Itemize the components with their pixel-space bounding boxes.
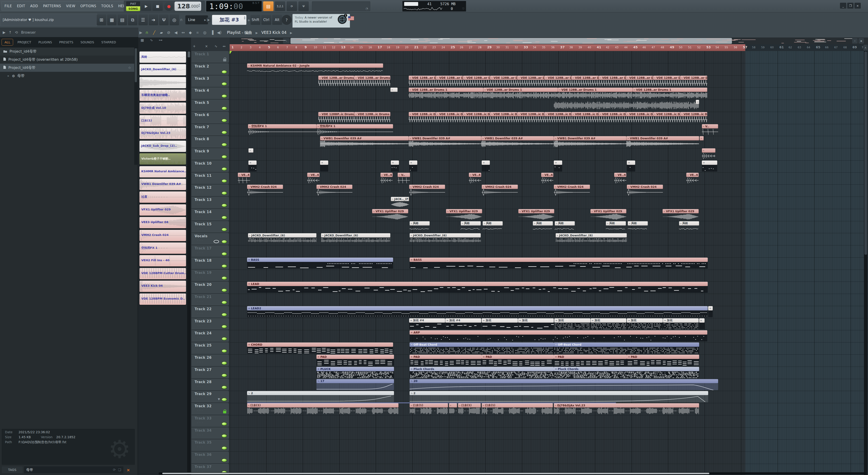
record-button[interactable]: ● [164, 2, 174, 11]
language-flag-icon[interactable] [348, 16, 354, 20]
track-header-track-28[interactable]: Track 28- - - [191, 379, 229, 391]
tab-project[interactable]: PROJECT [15, 39, 34, 45]
playlist-overview-scrollbar[interactable]: ‹ › ▪ [230, 37, 868, 44]
track-led[interactable] [222, 70, 227, 73]
playlist-clip-LEAD2[interactable]: ≡LEAD2 [247, 306, 708, 317]
playlist-clip-VDE-128B..er-Drums-1[interactable]: »VDE 128B..er Drums 1 [409, 76, 436, 87]
track-header-track-36[interactable]: Track 36- - - [191, 451, 229, 464]
menu-file[interactable]: FILE [4, 4, 12, 8]
playlist-clip-VDE-128B..er-Drums-1[interactable]: »VDE 128B..er Drums 1 [626, 76, 653, 87]
track-header-track-20[interactable]: Track 20- - - [191, 281, 229, 294]
playlist-clip-VMH2-Crash-024[interactable]: »VMH2 Crash 024 [554, 185, 590, 196]
restore-button[interactable]: ❐ [847, 3, 854, 8]
playlist-clip-加花[interactable]: ≡加花 [482, 318, 518, 330]
playlist-clip-VDE-128B..ic-Drums-6[interactable]: »VDE 128B..ic Drums 6 [599, 112, 626, 123]
browser-item[interactable]: Project_id4母带 (overwritten at 20h58) [0, 56, 134, 64]
link-icon[interactable]: ⊶ [159, 38, 162, 42]
playlist-clip-VE..4[interactable]: »VE..4 [238, 173, 250, 184]
track-header-track-25[interactable]: Track 25- - - [191, 342, 229, 354]
playlist-clip-J4CKO_Downlifter_(6)[interactable]: »J4CKO_Downlifter_(6) [321, 233, 391, 244]
playlist-clip-口水(1)[interactable]: »口水(1) [458, 403, 481, 414]
track-header-track-34[interactable]: Track 34- - - [191, 427, 229, 440]
menu-options[interactable]: OPTIONS [80, 4, 96, 8]
playlist-clip-VDE-128B..er-Drums-1[interactable]: »VDE 128B..er Drums 1 [490, 76, 517, 87]
picker-card[interactable]: VMH2 Crash 024 [140, 230, 186, 241]
horizontal-scrollbar[interactable] [159, 472, 866, 475]
picker-card[interactable]: 风铃 [140, 52, 186, 63]
playlist-clip-VWB1-Downlifer-039-A#[interactable]: »VWB1 Downlifer 039 A# [320, 136, 409, 147]
playlist-clip-PLUCK[interactable]: ≡PLUCK [316, 367, 394, 378]
playlist-tool-6[interactable]: ◆ [187, 30, 194, 35]
playlist-clip-VDE-128B..er-Drums-1[interactable]: »VDE 128B..er Drums 1 [544, 76, 571, 87]
playlist-clip-VE..4[interactable]: »VE..4 [614, 173, 627, 184]
picker-card[interactable]: J4CKO_Downlifter_(6) [140, 64, 186, 75]
snap-selector[interactable]: Line ▶ [185, 15, 208, 24]
playlist-clip-加花[interactable]: ≡加花 [591, 318, 627, 330]
playlist-clip-VDE-128B..er-Drums-1[interactable]: »VDE 128B..er Drums 1 [354, 76, 391, 87]
playlist-clip-VDE-128B..er-Drums-1[interactable]: »VDE 128B..er Drums 1 [653, 76, 680, 87]
track-header-vocals[interactable]: Vocals- - - [191, 233, 229, 245]
playlist-clip-PAD[interactable]: ≡PAD [410, 355, 482, 366]
picker-scrollbar[interactable] [187, 51, 191, 475]
playlist-tool-10[interactable]: ◀) [216, 30, 223, 35]
ctrl-button[interactable]: Ctrl [261, 15, 271, 25]
picker-card[interactable]: J4CKO_Sub_Drop_(2).. [140, 141, 186, 152]
track-header-track-21[interactable]: Track 21- - - [191, 294, 229, 306]
playlist-clip-BASS[interactable]: ≡BASS [247, 258, 393, 269]
playlist-clip-VDE-128B..ic-Drums-6[interactable]: »VDE 128B..ic Drums 6 [626, 112, 653, 123]
track-led[interactable] [222, 252, 227, 255]
loop-record-button[interactable]: ⟳ [287, 1, 297, 11]
track-led[interactable] [222, 168, 227, 170]
playlist-clip-VWB1-Downlifer-039-A#[interactable]: »VWB1 Downlifer 039 A# [626, 136, 699, 147]
picker-card[interactable]: VDE 128BPM Economic D.. [140, 294, 186, 305]
playlist-tool-3[interactable]: ⊘ [165, 30, 172, 35]
menu-view[interactable]: VIEW [66, 4, 75, 8]
delete-icon[interactable]: × [205, 44, 208, 48]
playlist-clip-PAD[interactable]: ≡PAD [627, 355, 699, 366]
toolbar-icon-0[interactable]: ⊞ [97, 14, 106, 25]
pat-button[interactable]: PAT [126, 1, 140, 6]
playlist-clip-加花[interactable]: ≡加花 [627, 318, 662, 330]
playlist-clip-LEAD[interactable]: ≡LEAD [247, 282, 708, 293]
playlist-clip[interactable]: ≡ [320, 161, 328, 172]
playlist-clip-VDE-128B..ic-Drums-6[interactable]: »VDE 128B..ic Drums 6 [571, 112, 598, 123]
tags-close-icon[interactable]: × [127, 468, 130, 472]
playlist-clip-VMH2-Crash-024[interactable]: »VMH2 Crash 024 [627, 185, 663, 196]
playlist-clip-口水(1)[interactable]: »口水(1) [482, 403, 553, 414]
playlist-clip-V..[interactable]: »V.. [702, 124, 718, 135]
playlist-clip-PAD[interactable]: ≡PAD [482, 355, 554, 366]
track-led[interactable] [222, 301, 227, 304]
track-led[interactable] [222, 228, 227, 231]
track-led[interactable] [222, 313, 227, 316]
scroll-left-button[interactable]: ‹ [283, 38, 290, 43]
playlist-tool-0[interactable]: ∩ [143, 30, 151, 35]
playlist-clip-VDE-128B..er-Drums-1[interactable]: »VDE 128B..er Drums 1 [680, 76, 707, 87]
playlist-clip-VFX1-Uplifter-029[interactable]: »VFX1 Uplifter 029 [662, 209, 699, 220]
track-header-track-12[interactable]: Track 12- - - [191, 184, 229, 197]
track-led[interactable] [222, 459, 227, 462]
track-led[interactable] [222, 277, 227, 279]
playlist-clip[interactable]: ≡ [554, 161, 562, 172]
tab-starred[interactable]: STARRED [98, 39, 119, 45]
track-header-track-26[interactable]: Track 26- - - [191, 354, 229, 367]
playlist-clip-VFX1-Uplifter-029[interactable]: »VFX1 Uplifter 029 [372, 209, 408, 220]
track-header-track-19[interactable]: Track 19- - - [191, 270, 229, 282]
playlist-clip-风铃[interactable]: »风铃 [461, 221, 481, 233]
playlist-clip-Off-Beat-Chord[interactable]: ≡Off-Beat Chord [410, 342, 554, 354]
stop-button[interactable]: ■ [152, 2, 163, 11]
picker-card[interactable]: KSHMR Natural Ambiance.. [140, 166, 186, 177]
picker-card[interactable]: 口水(1) [140, 115, 186, 127]
playlist-clip-ARP[interactable]: ≡ARP [410, 330, 707, 342]
picker-card[interactable]: Dj78合成 Vol.10 [140, 102, 186, 114]
playlist-clip-风铃[interactable]: »风铃 [410, 221, 430, 233]
playlist-tool-9[interactable]: ▐ [209, 30, 216, 35]
playlist-clip[interactable]: ≡ [627, 161, 635, 172]
playlist-clip-VDE-128B..er-Drums-1[interactable]: »VDE 128B..er Drums 1 [599, 76, 626, 87]
playlist-clip-空拍用FX-1[interactable]: »空拍用FX 1 [316, 124, 393, 135]
pattern-add-icon[interactable]: + [247, 18, 250, 22]
tags-refresh-icon[interactable]: ⟳ [113, 468, 116, 472]
news-globe-button[interactable]: 1 [338, 15, 347, 24]
playlist-clip-VDE-128BP..ic-Drums-6[interactable]: »VDE 128BP..ic Drums 6 [318, 112, 354, 123]
tags-input[interactable]: 母带 ⟳ ❏ [24, 467, 123, 473]
playlist-clip-VDE-128B..er-Drums-1[interactable]: »VDE 128B..er Drums 1 [517, 76, 544, 87]
